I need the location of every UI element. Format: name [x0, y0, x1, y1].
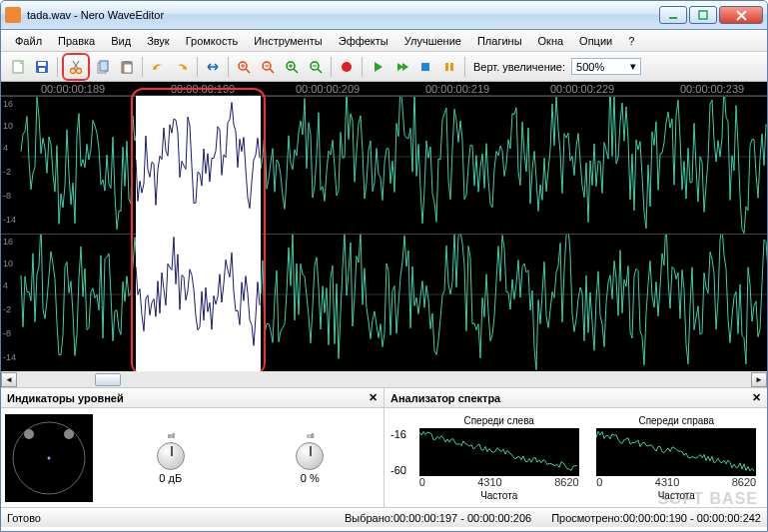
svg-rect-15 [124, 64, 132, 73]
window-buttons [659, 6, 763, 24]
separator [228, 57, 229, 77]
menu-help[interactable]: ? [620, 32, 642, 50]
separator [331, 57, 332, 77]
record-button[interactable] [336, 56, 358, 78]
spec-x: 4310 [655, 476, 679, 488]
minimize-button[interactable] [659, 6, 687, 24]
close-icon[interactable]: ✕ [752, 391, 761, 404]
play-loop-button[interactable] [390, 56, 412, 78]
svg-rect-7 [39, 68, 45, 72]
spec-x: 0 [419, 476, 425, 488]
svg-line-23 [270, 69, 274, 73]
app-icon [5, 7, 21, 23]
menu-enhance[interactable]: Улучшение [396, 32, 469, 50]
menu-file[interactable]: Файл [7, 32, 50, 50]
save-button[interactable] [31, 56, 53, 78]
svg-rect-33 [421, 63, 429, 71]
levels-title: Индикаторы уровней [7, 392, 124, 404]
menu-view[interactable]: Вид [103, 32, 139, 50]
zoom-out-button[interactable] [257, 56, 279, 78]
spec-x: 8620 [732, 476, 756, 488]
menu-windows[interactable]: Окна [530, 32, 572, 50]
svg-line-30 [318, 69, 322, 73]
menu-tools[interactable]: Инструменты [246, 32, 331, 50]
new-button[interactable] [7, 56, 29, 78]
vzoom-label: Верт. увеличение: [473, 61, 565, 73]
chevron-down-icon: ▾ [630, 60, 636, 73]
status-ready: Готово [7, 512, 167, 524]
scroll-track[interactable] [17, 372, 751, 387]
time-ruler[interactable]: 00:00:00:189 00:00:00:199 00:00:00:209 0… [1, 82, 767, 96]
ruler-tick: 00:00:00:229 [550, 83, 614, 95]
menu-sound[interactable]: Звук [139, 32, 178, 50]
copy-button[interactable] [92, 56, 114, 78]
ruler-tick: 00:00:00:199 [171, 83, 235, 95]
status-viewed: Просмотрено:00:00:00:190 - 00:00:00:242 [551, 512, 761, 524]
cut-button[interactable] [65, 56, 87, 78]
menu-options[interactable]: Опции [571, 32, 620, 50]
zoom-in-button[interactable] [233, 56, 255, 78]
spec-xlabel: Частота [480, 490, 517, 501]
titlebar: tada.wav - Nero WaveEditor [1, 1, 767, 30]
pct-value: 0 % [301, 472, 320, 484]
separator [464, 57, 465, 77]
vzoom-select[interactable]: 500%▾ [571, 58, 641, 75]
menu-volume[interactable]: Громкость [178, 32, 246, 50]
spec-x: 4310 [477, 476, 501, 488]
gain-knob[interactable] [157, 442, 185, 470]
svg-line-19 [246, 69, 250, 73]
svg-point-9 [77, 68, 82, 73]
menu-effects[interactable]: Эффекты [331, 32, 396, 50]
close-icon[interactable]: ✕ [369, 391, 378, 404]
zoom-vplus-button[interactable] [281, 56, 303, 78]
waveform-right[interactable]: 16 10 4 -2 -8 -14 [1, 234, 767, 371]
horizontal-scrollbar[interactable]: ◄ ► [1, 371, 767, 387]
paste-button[interactable] [116, 56, 138, 78]
undo-button[interactable] [147, 56, 169, 78]
spec-y-tick: -60 [390, 464, 406, 476]
svg-point-40 [64, 429, 74, 439]
tick-marks: ıııılll [167, 431, 174, 440]
spec-x: 8620 [554, 476, 578, 488]
pct-knob-group: ıııılll 0 % [296, 431, 324, 484]
svg-rect-1 [699, 11, 707, 19]
ruler-tick: 00:00:00:189 [41, 83, 105, 95]
play-button[interactable] [367, 56, 388, 78]
waveform-area[interactable]: 00:00:00:189 00:00:00:199 00:00:00:209 0… [1, 82, 767, 371]
separator [197, 57, 198, 77]
spec-header: Спереди справа [638, 415, 714, 426]
svg-rect-16 [124, 61, 130, 64]
spectrum-right: Спереди справа 043108620 Частота [591, 415, 761, 501]
scroll-left-button[interactable]: ◄ [1, 372, 17, 387]
fit-button[interactable] [202, 56, 224, 78]
selection-region [136, 96, 261, 371]
svg-point-8 [71, 68, 76, 73]
ruler-tick: 00:00:00:239 [680, 83, 744, 95]
svg-line-26 [294, 69, 298, 73]
spectrum-title: Анализатор спектра [390, 392, 500, 404]
separator [362, 57, 363, 77]
separator [142, 57, 143, 77]
scroll-thumb[interactable] [95, 373, 121, 386]
svg-rect-13 [100, 61, 108, 71]
vzoom-value: 500% [576, 61, 604, 73]
svg-point-32 [342, 62, 352, 72]
svg-rect-34 [445, 63, 448, 71]
svg-rect-35 [450, 63, 453, 71]
menu-edit[interactable]: Правка [50, 32, 103, 50]
pct-knob[interactable] [296, 442, 324, 470]
close-button[interactable] [719, 6, 763, 24]
toolbar: Верт. увеличение: 500%▾ [1, 52, 767, 82]
gain-value: 0 дБ [159, 472, 182, 484]
zoom-vminus-button[interactable] [305, 56, 327, 78]
waveform-left[interactable]: 16 10 4 -2 -8 -14 [1, 96, 767, 234]
spec-y-tick: -16 [390, 428, 406, 440]
redo-button[interactable] [171, 56, 193, 78]
stop-button[interactable] [414, 56, 436, 78]
menu-plugins[interactable]: Плагины [469, 32, 530, 50]
scroll-right-button[interactable]: ► [751, 372, 767, 387]
level-scope [5, 414, 93, 502]
pause-button[interactable] [438, 56, 460, 78]
ruler-tick: 00:00:00:209 [296, 83, 360, 95]
maximize-button[interactable] [689, 6, 717, 24]
